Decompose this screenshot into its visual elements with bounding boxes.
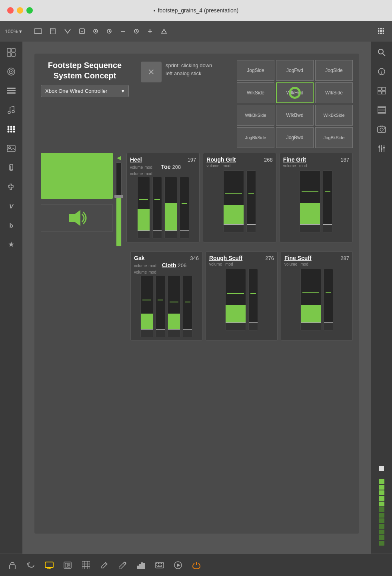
sidebar-icon-image[interactable] [5,142,17,154]
bottom-lock-icon[interactable] [6,559,18,571]
bottom-bars-icon[interactable] [135,559,147,571]
svg-point-42 [8,111,10,114]
bottom-keyboard-icon[interactable] [154,559,166,571]
sidebar-icon-plugin[interactable] [5,181,17,193]
grid-cell-wlkside-r[interactable]: WlkSide [315,82,353,103]
sidebar-icon-b[interactable]: b [5,219,17,231]
rough-grit-volume-channel[interactable] [223,170,244,232]
close-button[interactable]: × [141,62,162,82]
fine-grit-value: 187 [340,157,349,163]
svg-rect-76 [383,147,385,148]
svg-rect-61 [382,87,386,90]
rough-scuff-mod-channel[interactable] [248,269,258,331]
svg-rect-92 [137,566,139,569]
toolbar-btn-5[interactable] [90,27,101,36]
grid-cell-jogfwd[interactable]: JogFwd [276,60,314,81]
bottom-undo-icon[interactable] [25,559,37,571]
grid-cell-jogbkside-l[interactable]: JogBkSide [237,127,274,148]
heel-volume-channel[interactable] [137,177,150,239]
main-volume-fader[interactable]: ◀ [116,154,122,246]
svg-rect-104 [160,565,160,566]
bottom-grid-icon[interactable] [80,559,92,571]
fine-scuff-volume-channel[interactable] [300,269,321,331]
grid-cell-jogside-tl[interactable]: JogSide [237,60,274,81]
controller-dropdown-row: Xbox One Wired Controller ▾ [41,85,129,97]
grid-cell-wlkside-l[interactable]: WlkSide [237,82,274,103]
bottom-present-icon[interactable] [43,559,55,571]
toolbar-grid-btn[interactable] [375,26,387,36]
gak-volume-channel[interactable] [140,275,153,337]
controller-dropdown[interactable]: Xbox One Wired Controller ▾ [41,85,129,97]
sidebar-icon-clip[interactable] [5,162,17,174]
sidebar-right-list[interactable] [376,104,388,116]
gak-mod-channel[interactable] [156,275,165,337]
zoom-control[interactable]: 100% ▾ [5,28,22,34]
toolbar-btn-2[interactable] [47,27,58,36]
grid-cell-wlkbkside-l[interactable]: WlkBkSide [237,105,274,126]
svg-rect-98 [158,563,159,564]
toolbar-btn-7[interactable] [118,27,128,36]
sidebar-icon-lines[interactable] [5,85,17,97]
grid-cell-jogside-tr[interactable]: JogSide [315,60,353,81]
bottom-edit-icon[interactable] [98,559,110,571]
sidebar-icon-sequencer[interactable] [5,123,17,135]
movement-grid: JogSide JogFwd JogSide WlkSide WlkFwd Wl… [237,60,353,148]
sidebar-icon-v[interactable]: V [5,200,17,212]
fine-grit-mod-channel[interactable] [323,170,332,232]
cloth-volume-channel[interactable] [168,275,180,337]
close-window-button[interactable] [7,7,14,14]
sidebar-right-info[interactable]: i [376,66,388,78]
fine-scuff-mod-channel[interactable] [324,269,333,331]
svg-rect-53 [7,145,15,152]
plugin-panel: Footstep Sequence System Concept Xbox On… [34,54,359,534]
svg-text:i: i [381,69,382,75]
toolbar-btn-arrow[interactable] [158,27,170,36]
svg-rect-19 [383,28,384,29]
svg-rect-24 [378,31,379,32]
rough-scuff-volume-channel[interactable] [225,269,246,331]
toe-volume-channel[interactable] [164,177,177,239]
toolbar-btn-1[interactable] [32,27,44,36]
grid-cell-wlkbkside-r[interactable]: WlkBkSide [315,105,353,126]
svg-point-51 [13,128,15,130]
grid-cell-wlkbwd[interactable]: WlkBwd [276,105,314,126]
bottom-power-icon[interactable] [190,559,202,571]
rough-grit-mod-channel[interactable] [246,170,256,232]
sidebar-icon-target[interactable] [5,66,17,78]
svg-rect-95 [143,563,145,569]
grid-cell-jogbwd[interactable]: JogBwd [276,127,314,148]
maximize-window-button[interactable] [26,7,33,14]
sidebar-right-search[interactable] [376,46,388,58]
toolbar-btn-3[interactable] [62,27,74,36]
mixer-panel-gak-cloth: Gak 346 volume mod Cloth 206 volume [130,251,202,341]
bottom-wrench-icon[interactable] [117,559,129,571]
sidebar-icon-music[interactable] [5,104,17,116]
cloth-mod-channel[interactable] [183,275,192,337]
sidebar-right-mixer[interactable] [376,142,388,154]
main-toolbar: 100% ▾ [0,21,392,42]
toe-mod-channel[interactable] [180,177,189,239]
toolbar-btn-6[interactable] [104,27,114,36]
gak-title: Gak [134,255,144,261]
toolbar-btn-4[interactable] [77,27,87,36]
bottom-play-icon[interactable] [172,559,184,571]
sidebar-icon-boxes[interactable] [5,46,17,58]
svg-rect-100 [161,563,162,564]
toolbar-btn-8[interactable] [131,27,142,36]
toolbar-btn-plus[interactable] [145,27,155,36]
grid-cell-jogbkside-r[interactable]: JogBkSide [315,127,353,148]
sidebar-icon-star[interactable]: ★ [5,238,17,250]
sidebar-right-camera[interactable] [376,123,388,135]
svg-point-47 [10,126,12,128]
sidebar-right-layout[interactable] [376,85,388,97]
bottom-browser-icon[interactable] [62,559,74,571]
vu-knob[interactable] [379,466,384,471]
heel-mod-channel[interactable] [152,177,162,239]
plugin-title: Footstep Sequence System Concept [41,60,129,81]
minimize-window-button[interactable] [17,7,23,14]
fine-grit-volume-channel[interactable] [300,170,320,232]
window-controls [7,7,33,14]
svg-rect-0 [34,29,42,34]
svg-rect-77 [10,565,15,569]
grid-cell-wlkfwd[interactable]: WlkFwd [276,82,314,103]
